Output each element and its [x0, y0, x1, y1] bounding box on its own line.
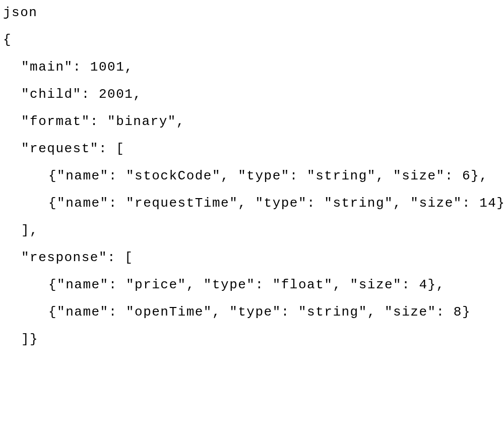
code-line-5: "format": "binary",	[3, 115, 501, 128]
code-line-3: "main": 1001,	[3, 60, 501, 74]
code-line-9: ],	[3, 224, 501, 237]
code-line-13: ]}	[3, 333, 501, 346]
code-line-8: {"name": "requestTime", "type": "string"…	[3, 197, 501, 210]
code-line-12: {"name": "openTime", "type": "string", "…	[3, 305, 501, 319]
code-line-10: "response": [	[3, 251, 501, 264]
code-line-11: {"name": "price", "type": "float", "size…	[3, 278, 501, 291]
code-line-4: "child": 2001,	[3, 88, 501, 101]
code-line-6: "request": [	[3, 142, 501, 155]
code-line-1: json	[3, 6, 501, 19]
code-line-2: {	[3, 33, 501, 46]
code-line-7: {"name": "stockCode", "type": "string", …	[3, 169, 501, 182]
